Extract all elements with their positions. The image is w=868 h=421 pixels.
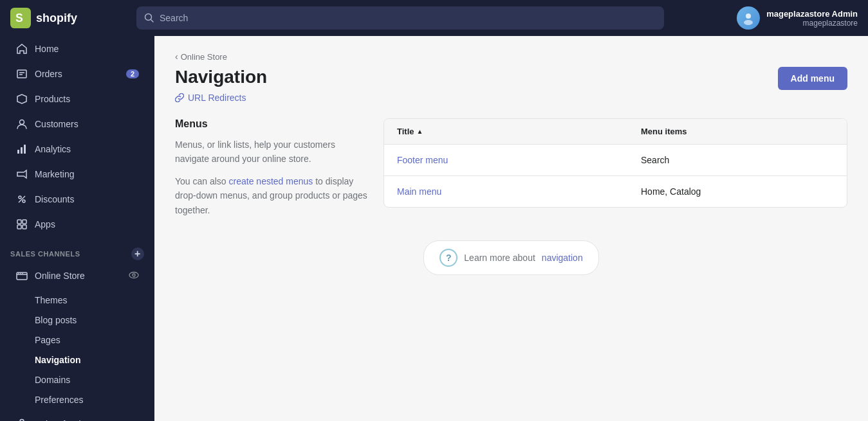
search-bar[interactable]	[136, 6, 664, 30]
table-row-main[interactable]: Main menu Home, Catalog	[384, 176, 847, 207]
sidebar-item-domains[interactable]: Domains	[5, 370, 149, 390]
home-icon	[15, 42, 28, 55]
logo-text: shopify	[36, 12, 77, 25]
sidebar-item-discounts-label: Discounts	[35, 194, 74, 204]
sidebar-item-navigation[interactable]: Navigation	[5, 350, 149, 370]
url-redirects-label: URL Redirects	[188, 93, 246, 103]
content-area: Menus Menus, or link lists, help your cu…	[175, 118, 847, 225]
logo[interactable]: S shopify	[10, 8, 126, 28]
user-area[interactable]: mageplazastore Admin mageplazastore	[737, 6, 858, 30]
navigation-label: Navigation	[35, 355, 81, 365]
url-redirects-link[interactable]: URL Redirects	[175, 93, 267, 103]
marketing-icon	[15, 168, 28, 181]
sidebar-item-analytics[interactable]: Analytics	[5, 137, 149, 161]
online-store-subnav: Themes Blog posts Pages Navigation Domai…	[0, 289, 154, 411]
svg-rect-16	[17, 220, 21, 224]
svg-point-25	[133, 274, 135, 276]
sidebar-item-analytics-label: Analytics	[35, 144, 71, 154]
sidebar-item-themes[interactable]: Themes	[5, 291, 149, 310]
sidebar-item-products-label: Products	[35, 94, 70, 104]
sidebar-item-customers-label: Customers	[35, 119, 78, 129]
page-header: Navigation URL Redirects Add menu	[175, 67, 847, 103]
svg-rect-6	[17, 70, 26, 78]
user-store: mageplazastore	[766, 19, 858, 28]
user-info: mageplazastore Admin mageplazastore	[766, 9, 858, 28]
sidebar-item-marketing[interactable]: Marketing	[5, 162, 149, 186]
sidebar-item-apps[interactable]: Apps	[5, 212, 149, 237]
online-store-icon	[15, 269, 28, 282]
preferences-label: Preferences	[35, 395, 83, 405]
search-input[interactable]	[160, 13, 656, 23]
sidebar-item-discounts[interactable]: Discounts	[5, 187, 149, 211]
analytics-icon	[15, 143, 28, 156]
svg-point-21	[18, 273, 19, 274]
create-nested-menus-link[interactable]: create nested menus	[229, 176, 313, 186]
online-store-left: Online Store	[15, 269, 85, 282]
svg-point-4	[746, 13, 751, 19]
svg-rect-17	[23, 220, 26, 224]
sidebar-item-customers[interactable]: Customers	[5, 112, 149, 136]
sort-arrow-icon[interactable]: ▲	[417, 128, 423, 135]
online-store-label: Online Store	[35, 271, 85, 281]
footer-menu-items: Search	[641, 155, 834, 165]
sidebar-item-orders-label: Orders	[35, 69, 62, 79]
breadcrumb[interactable]: ‹ Online Store	[175, 51, 847, 62]
page-title: Navigation	[175, 67, 267, 87]
sidebar-item-products[interactable]: Products	[5, 87, 149, 111]
customers-icon	[15, 118, 28, 130]
menus-description-text-1: Menus, or link lists, help your customer…	[175, 138, 368, 166]
svg-rect-19	[23, 225, 26, 229]
search-icon	[144, 13, 154, 23]
svg-point-5	[744, 20, 753, 25]
sidebar-item-marketing-label: Marketing	[35, 169, 74, 179]
sidebar-item-point-of-sale[interactable]: Point of Sale	[5, 412, 149, 421]
layout: Home Orders 2 Products Customers	[0, 36, 868, 421]
sales-channels-label: SALES CHANNELS	[10, 250, 80, 258]
main-content: ‹ Online Store Navigation URL Redirects …	[154, 36, 868, 421]
sidebar-item-apps-label: Apps	[35, 219, 55, 229]
themes-label: Themes	[35, 295, 68, 305]
orders-badge: 2	[126, 69, 139, 78]
navigation-help-link[interactable]: navigation	[542, 253, 583, 263]
footer-menu-link[interactable]: Footer menu	[397, 155, 641, 165]
sidebar-item-home-label: Home	[35, 44, 59, 54]
learn-more-section: ? Learn more about navigation	[175, 240, 847, 275]
sidebar-item-blog-posts[interactable]: Blog posts	[5, 310, 149, 330]
point-of-sale-icon	[15, 418, 28, 421]
sidebar-item-online-store[interactable]: Online Store	[5, 264, 149, 288]
sidebar-item-preferences[interactable]: Preferences	[5, 390, 149, 409]
sidebar-scroll[interactable]: Home Orders 2 Products Customers	[0, 36, 154, 421]
sidebar-item-orders[interactable]: Orders 2	[5, 62, 149, 86]
svg-rect-11	[21, 147, 23, 154]
learn-more-box: ? Learn more about navigation	[423, 240, 598, 275]
svg-rect-18	[17, 225, 21, 229]
breadcrumb-arrow-icon: ‹	[175, 51, 178, 62]
main-menu-items: Home, Catalog	[641, 186, 834, 197]
learn-more-prefix: Learn more about	[464, 253, 535, 263]
sales-channels-header: SALES CHANNELS +	[0, 237, 154, 263]
col-title-label: Title	[397, 127, 414, 136]
svg-point-23	[22, 273, 23, 274]
orders-icon	[15, 67, 28, 80]
table-row-footer[interactable]: Footer menu Search	[384, 145, 847, 176]
products-icon	[15, 93, 28, 105]
add-sales-channel-button[interactable]: +	[131, 247, 144, 260]
main-menu-link[interactable]: Main menu	[397, 186, 641, 197]
help-icon: ?	[439, 249, 457, 267]
menus-description-text-2: You can also create nested menus to disp…	[175, 174, 368, 217]
description2-prefix: You can also	[175, 176, 229, 186]
svg-point-14	[23, 200, 25, 202]
apps-icon	[15, 218, 28, 231]
svg-point-13	[19, 196, 21, 199]
breadcrumb-label: Online Store	[181, 52, 227, 62]
avatar	[737, 6, 760, 30]
add-menu-button[interactable]: Add menu	[778, 67, 847, 90]
sidebar-item-pages[interactable]: Pages	[5, 330, 149, 350]
svg-point-22	[20, 273, 21, 274]
domains-label: Domains	[35, 375, 70, 385]
pages-label: Pages	[35, 335, 60, 345]
svg-point-9	[20, 120, 24, 125]
sidebar-item-home[interactable]: Home	[5, 37, 149, 61]
sidebar: Home Orders 2 Products Customers	[0, 36, 154, 421]
col-menu-items-header: Menu items	[641, 127, 834, 136]
